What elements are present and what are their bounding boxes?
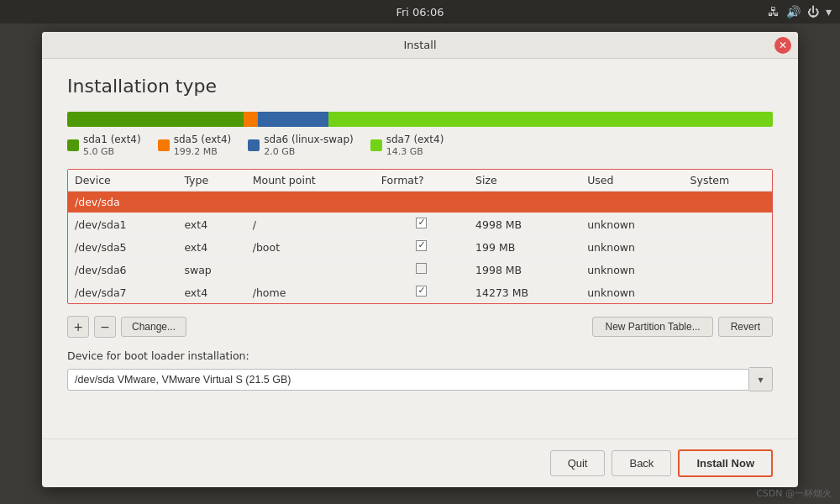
cell-size: 4998 MB (469, 213, 580, 236)
cell-system (684, 236, 772, 259)
legend-sda7-label: sda7 (ext4) (386, 134, 444, 145)
partition-table-wrapper: Device Type Mount point Format? Size Use… (67, 169, 773, 304)
format-checkbox[interactable] (416, 263, 427, 274)
table-row[interactable]: /dev/sda7ext4/home14273 MBunknown (68, 281, 772, 304)
legend-sda5-label: sda5 (ext4) (174, 134, 232, 145)
partition-legend: sda1 (ext4) 5.0 GB sda5 (ext4) 199.2 MB … (67, 134, 773, 157)
col-format: Format? (375, 170, 469, 192)
cell-mount: / (246, 213, 375, 236)
cell-mount (246, 192, 375, 213)
window-titlebar: Install ✕ (42, 32, 798, 59)
cell-used: unknown (580, 213, 683, 236)
page-title: Installation type (67, 76, 773, 97)
cell-size: 199 MB (469, 236, 580, 259)
volume-icon[interactable]: 🔊 (786, 5, 801, 18)
power-icon[interactable]: ⏻ (807, 5, 819, 18)
partition-bar (67, 112, 773, 127)
watermark: CSDN @一杯烟火 (756, 487, 832, 500)
cell-used (580, 192, 683, 213)
cell-device: /dev/sda5 (68, 236, 177, 259)
partition-bar-sda1 (67, 112, 244, 127)
power-arrow-icon[interactable]: ▾ (826, 5, 832, 18)
taskbar: Fri 06:06 🖧 🔊 ⏻ ▾ (0, 0, 840, 24)
cell-system (684, 192, 772, 213)
cell-device: /dev/sda (68, 192, 177, 213)
network-icon[interactable]: 🖧 (768, 5, 780, 18)
table-row[interactable]: /dev/sda1ext4/4998 MBunknown (68, 213, 772, 236)
table-row[interactable]: /dev/sda6swap1998 MBunknown (68, 259, 772, 281)
cell-device: /dev/sda7 (68, 281, 177, 304)
bootloader-label: Device for boot loader installation: (67, 349, 773, 362)
cell-format (375, 192, 469, 213)
cell-type: swap (177, 259, 245, 281)
bootloader-dropdown-arrow[interactable]: ▾ (749, 367, 773, 391)
cell-type: ext4 (177, 236, 245, 259)
legend-sda1-label: sda1 (ext4) (83, 134, 141, 145)
cell-size: 1998 MB (469, 259, 580, 281)
partition-bar-sda5 (244, 112, 258, 127)
bootloader-select[interactable]: /dev/sda VMware, VMware Virtual S (21.5 … (67, 369, 749, 391)
col-size: Size (469, 170, 580, 192)
cell-size: 14273 MB (469, 281, 580, 304)
cell-device: /dev/sda1 (68, 213, 177, 236)
cell-format (375, 236, 469, 259)
change-partition-button[interactable]: Change... (121, 317, 186, 337)
legend-sda5-size: 199.2 MB (174, 146, 232, 157)
cell-format (375, 281, 469, 304)
install-window: Install ✕ Installation type sda1 (ext4) … (42, 32, 798, 487)
partition-bar-sda6 (258, 112, 328, 127)
format-checkbox[interactable] (416, 240, 427, 251)
bootloader-select-row: /dev/sda VMware, VMware Virtual S (21.5 … (67, 367, 773, 391)
revert-button[interactable]: Revert (718, 317, 773, 337)
install-now-button[interactable]: Install Now (678, 449, 773, 477)
cell-system (684, 281, 772, 304)
cell-type (177, 192, 245, 213)
cell-mount: /boot (246, 236, 375, 259)
cell-type: ext4 (177, 281, 245, 304)
taskbar-time: Fri 06:06 (396, 6, 444, 18)
window-content: Installation type sda1 (ext4) 5.0 GB sda… (42, 59, 798, 438)
footer: Quit Back Install Now (42, 438, 798, 487)
legend-sda1: sda1 (ext4) 5.0 GB (67, 134, 141, 157)
quit-button[interactable]: Quit (550, 450, 606, 476)
legend-sda6-size: 2.0 GB (264, 146, 353, 157)
table-row[interactable]: /dev/sda (68, 192, 772, 213)
format-checkbox[interactable] (416, 286, 427, 297)
cell-size (469, 192, 580, 213)
cell-device: /dev/sda6 (68, 259, 177, 281)
legend-sda7: sda7 (ext4) 14.3 GB (370, 134, 444, 157)
close-button[interactable]: ✕ (774, 37, 791, 54)
col-used: Used (580, 170, 683, 192)
cell-used: unknown (580, 259, 683, 281)
new-partition-table-button[interactable]: New Partition Table... (592, 317, 712, 337)
remove-partition-button[interactable]: − (94, 316, 116, 338)
cell-used: unknown (580, 281, 683, 304)
legend-sda1-size: 5.0 GB (83, 146, 141, 157)
back-button[interactable]: Back (612, 450, 671, 476)
legend-sda7-size: 14.3 GB (386, 146, 444, 157)
add-partition-button[interactable]: + (67, 316, 89, 338)
col-device: Device (68, 170, 177, 192)
legend-sda6: sda6 (linux-swap) 2.0 GB (248, 134, 353, 157)
col-system: System (684, 170, 772, 192)
cell-type: ext4 (177, 213, 245, 236)
cell-mount (246, 259, 375, 281)
legend-sda6-label: sda6 (linux-swap) (264, 134, 353, 145)
col-mount: Mount point (246, 170, 375, 192)
cell-format (375, 259, 469, 281)
partition-table: Device Type Mount point Format? Size Use… (68, 170, 772, 303)
format-checkbox[interactable] (416, 218, 427, 228)
table-row[interactable]: /dev/sda5ext4/boot199 MBunknown (68, 236, 772, 259)
cell-system (684, 259, 772, 281)
legend-sda5: sda5 (ext4) 199.2 MB (158, 134, 232, 157)
cell-used: unknown (580, 236, 683, 259)
bottom-controls: + − Change... New Partition Table... Rev… (67, 316, 773, 338)
taskbar-right: 🖧 🔊 ⏻ ▾ (768, 5, 832, 18)
cell-system (684, 213, 772, 236)
partition-bar-sda7 (328, 112, 773, 127)
col-type: Type (177, 170, 245, 192)
cell-format (375, 213, 469, 236)
window-title: Install (403, 39, 436, 51)
table-header-row: Device Type Mount point Format? Size Use… (68, 170, 772, 192)
cell-mount: /home (246, 281, 375, 304)
